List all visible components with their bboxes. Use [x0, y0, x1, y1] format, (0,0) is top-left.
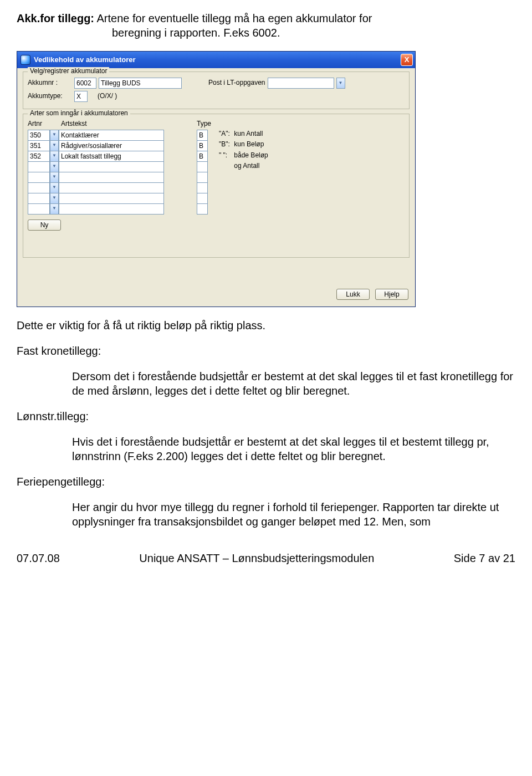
artnr-input[interactable]	[28, 172, 50, 183]
artnr-input[interactable]	[28, 193, 50, 204]
akkumnr-input[interactable]	[74, 78, 96, 89]
table-row	[197, 140, 208, 151]
intro-label: Akk.for tillegg:	[17, 12, 94, 24]
section-lonnstr-label: Lønnstr.tillegg:	[17, 409, 515, 423]
lukk-button[interactable]: Lukk	[336, 289, 370, 300]
akkumtype-desc: (O/X/ )	[98, 92, 117, 101]
type-input[interactable]	[197, 172, 208, 183]
artnr-dropdown-icon[interactable]: ▼	[50, 193, 59, 204]
artstekst-input[interactable]	[59, 182, 164, 193]
type-legend-line: "B": kun Beløp	[219, 140, 268, 149]
table-row	[197, 203, 208, 215]
app-icon	[21, 55, 30, 65]
type-input[interactable]	[197, 130, 208, 141]
type-legend-line: "A": kun Antall	[219, 130, 268, 139]
type-input[interactable]	[197, 203, 208, 215]
hdr-type: Type	[197, 120, 219, 129]
table-row	[197, 193, 208, 204]
artnr-dropdown-icon[interactable]: ▼	[50, 151, 59, 162]
artstekst-input[interactable]	[59, 203, 164, 215]
artnr-dropdown-icon[interactable]: ▼	[50, 140, 59, 151]
intro-text-line2: beregning i rapporten. F.eks 6002.	[17, 27, 280, 39]
table-row: ▼	[28, 161, 191, 172]
type-input[interactable]	[197, 161, 208, 172]
table-row	[197, 151, 208, 162]
table-row	[197, 161, 208, 172]
post-lt-dropdown-icon[interactable]: ▼	[336, 78, 345, 89]
ny-button[interactable]: Ny	[28, 219, 61, 231]
table-row: ▼	[28, 172, 191, 183]
hdr-artnr: Artnr	[28, 120, 59, 129]
section-lonnstr-text: Hvis det i forestående budsjettår er bes…	[17, 435, 515, 463]
artstekst-input[interactable]	[59, 140, 164, 151]
type-input[interactable]	[197, 182, 208, 193]
akkumnr-label: Akkumnr :	[28, 79, 72, 88]
footer-title: Unique ANSATT – Lønnsbudsjetteringsmodul…	[139, 551, 374, 565]
post-lt-input[interactable]	[268, 78, 334, 89]
artnr-dropdown-icon[interactable]: ▼	[50, 130, 59, 141]
table-row: ▼	[28, 151, 191, 162]
table-row: ▼	[28, 193, 191, 204]
table-row: ▼	[28, 140, 191, 151]
section-feriepenge-label: Feriepengetillegg:	[17, 474, 515, 489]
group2-legend: Arter som inngår i akkumulatoren	[28, 109, 130, 118]
hdr-tekst: Artstekst	[61, 120, 166, 129]
footer-page: Side 7 av 21	[454, 551, 515, 565]
post-lt-label: Post i LT-oppgaven	[208, 79, 265, 88]
artnr-input[interactable]	[28, 203, 50, 215]
table-row: ▼	[28, 203, 191, 215]
section-fast-kronetillegg-text: Dersom det i forestående budsjettår er b…	[17, 369, 515, 398]
artnr-input[interactable]	[28, 130, 50, 141]
akkumtype-input[interactable]	[74, 91, 88, 102]
artnr-dropdown-icon[interactable]: ▼	[50, 182, 59, 193]
table-row	[197, 172, 208, 183]
akkumtype-label: Akkumtype:	[28, 92, 72, 101]
close-icon[interactable]: X	[401, 54, 413, 66]
group1-legend: Velg/registrer akkumulator	[28, 67, 109, 76]
table-header: Artnr Artstekst	[28, 120, 191, 129]
dialog-title: Vedlikehold av akkumulatorer	[34, 55, 401, 65]
group-select-accumulator: Velg/registrer akkumulator Akkumnr : Pos…	[23, 72, 410, 109]
artstekst-input[interactable]	[59, 151, 164, 162]
type-input[interactable]	[197, 140, 208, 151]
table-row: ▼	[28, 182, 191, 193]
type-legend-line: og Antall	[219, 162, 268, 171]
titlebar[interactable]: Vedlikehold av akkumulatorer X	[17, 52, 415, 68]
paragraph-important: Dette er viktig for å få ut riktig beløp…	[17, 318, 515, 333]
group-arter: Arter som inngår i akkumulatoren Artnr A…	[23, 114, 410, 258]
artstekst-input[interactable]	[59, 172, 164, 183]
artstekst-input[interactable]	[59, 193, 164, 204]
type-input[interactable]	[197, 193, 208, 204]
table-row	[197, 182, 208, 193]
artnr-dropdown-icon[interactable]: ▼	[50, 172, 59, 183]
intro-paragraph: Akk.for tillegg: Artene for eventuelle t…	[17, 11, 515, 40]
artnr-input[interactable]	[28, 182, 50, 193]
akkum-name-input[interactable]	[99, 78, 182, 89]
artnr-dropdown-icon[interactable]: ▼	[50, 203, 59, 215]
table-row: ▼	[28, 130, 191, 141]
type-legend-line: " ": både Beløp	[219, 151, 268, 160]
type-header: Type	[197, 120, 405, 129]
artstekst-input[interactable]	[59, 130, 164, 141]
footer-date: 07.07.08	[17, 551, 60, 565]
type-input[interactable]	[197, 151, 208, 162]
artnr-input[interactable]	[28, 140, 50, 151]
artnr-input[interactable]	[28, 151, 50, 162]
accumulator-dialog: Vedlikehold av akkumulatorer X Velg/regi…	[17, 51, 416, 307]
artnr-input[interactable]	[28, 161, 50, 172]
section-feriepenge-text: Her angir du hvor mye tillegg du regner …	[17, 500, 515, 529]
artnr-dropdown-icon[interactable]: ▼	[50, 161, 59, 172]
intro-text-line1: Artene for eventuelle tillegg må ha egen…	[96, 12, 372, 24]
table-row	[197, 130, 208, 141]
hjelp-button[interactable]: Hjelp	[375, 289, 408, 300]
section-fast-kronetillegg-label: Fast kronetillegg:	[17, 344, 515, 358]
page-footer: 07.07.08 Unique ANSATT – Lønnsbudsjetter…	[17, 551, 515, 565]
artstekst-input[interactable]	[59, 161, 164, 172]
